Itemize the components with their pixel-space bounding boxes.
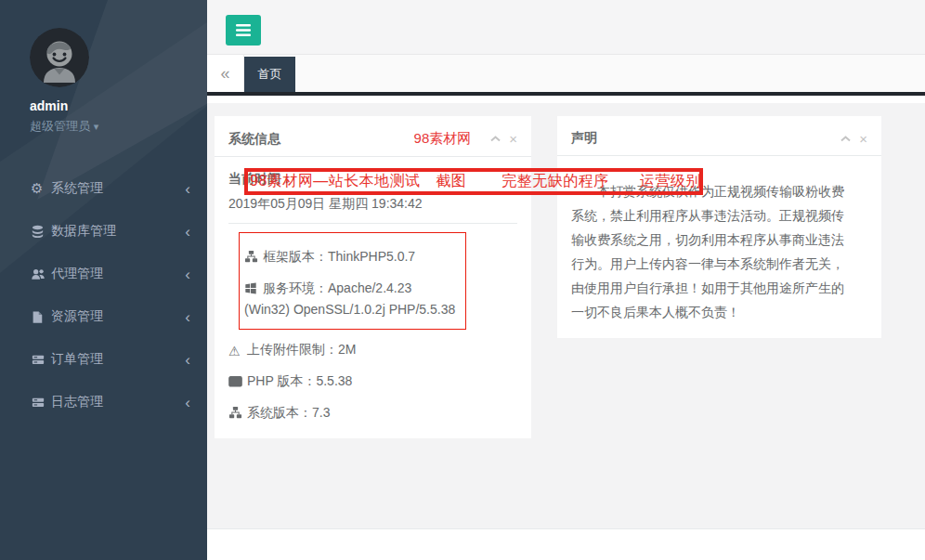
warning-icon: ⚠ [228, 342, 247, 361]
current-time-value: 2019年05月09日 星期四 19:34:42 [228, 194, 517, 213]
sidebar-item-system[interactable]: ⚙ 系统管理 ‹ [0, 167, 207, 210]
tabs-scroll-left-button[interactable]: « [207, 55, 244, 92]
sidebar-item-label: 系统管理 [51, 180, 185, 197]
info-row-framework: 框架版本：ThinkPHP5.0.7 [244, 247, 460, 268]
user-role-dropdown[interactable]: 超级管理员 ▾ [30, 118, 207, 135]
top-bar [207, 0, 925, 55]
close-icon[interactable]: × [859, 132, 867, 146]
system-info-body: 当前时间： 2019年05月09日 星期四 19:34:42 框架版本：Thin… [215, 157, 531, 438]
page-footer [207, 528, 925, 559]
statement-text: 本打赏系统仅供作为正规视频传输吸粉收费系统，禁止利用程序从事违法活动。正规视频传… [571, 179, 850, 324]
sidebar-item-resources[interactable]: 资源管理 ‹ [0, 295, 207, 338]
sidebar-toggle-button[interactable] [226, 15, 261, 46]
chevron-left-icon: ‹ [185, 352, 190, 368]
user-profile: admin 超级管理员 ▾ [0, 0, 207, 158]
sitemap-icon [244, 249, 263, 268]
content-area: 98素材网—站长本地测试 截图 完整无缺的程序 运营级别 系统信息 98素材网 … [207, 96, 925, 528]
info-label: 上传附件限制： [247, 342, 338, 357]
info-label: 服务环境： [263, 280, 328, 295]
panel-statement: 声明 × 本打赏系统仅供作为正规视频传输吸粉收费系统，禁止利用程序从事违法活动。… [557, 116, 881, 338]
panel-title: 系统信息 [228, 131, 414, 148]
avatar[interactable] [30, 28, 89, 87]
user-role-label: 超级管理员 [30, 119, 90, 133]
info-row-version: 系统版本：7.3 [228, 403, 517, 424]
panel-system-info: 系统信息 98素材网 × 当前时间： 2019年05月09日 星期四 19:34… [215, 116, 531, 438]
sidebar-item-logs[interactable]: 日志管理 ‹ [0, 381, 207, 423]
info-label: 系统版本： [247, 405, 312, 420]
windows-icon [244, 280, 263, 300]
sidebar-item-label: 数据库管理 [51, 223, 185, 240]
users-icon [31, 267, 51, 281]
sidebar-item-orders[interactable]: 订单管理 ‹ [0, 338, 207, 381]
hamburger-icon [236, 24, 251, 36]
sitemap-icon [228, 405, 247, 424]
chevron-left-icon: ‹ [185, 224, 190, 240]
info-value: 5.5.38 [316, 373, 352, 388]
info-row-php: PHP 版本：5.5.38 [228, 371, 517, 393]
info-row-server: 服务环境：Apache/2.4.23 (Win32) OpenSSL/1.0.2… [244, 279, 460, 319]
sidebar-item-database[interactable]: 数据库管理 ‹ [0, 210, 207, 253]
sidebar: admin 超级管理员 ▾ ⚙ 系统管理 ‹ 数据库管理 ‹ 代理管理 ‹ [0, 0, 207, 560]
watermark-text: 98素材网 [414, 130, 472, 148]
sidebar-item-label: 日志管理 [51, 394, 185, 410]
chevron-left-icon: ‹ [185, 309, 190, 325]
info-value: 7.3 [312, 405, 330, 420]
panel-title: 声明 [571, 130, 832, 147]
sidebar-item-label: 资源管理 [51, 308, 185, 325]
sidebar-item-label: 代理管理 [51, 266, 185, 282]
panel-header: 声明 × [557, 116, 881, 156]
tab-bar: « 首页 [207, 55, 925, 96]
collapse-icon[interactable] [840, 136, 851, 142]
angles-left-icon: « [220, 64, 229, 84]
info-row-upload: ⚠上传附件限制：2M [228, 340, 517, 361]
chevron-left-icon: ‹ [185, 395, 190, 410]
sidebar-item-agents[interactable]: 代理管理 ‹ [0, 253, 207, 295]
username: admin [30, 98, 207, 113]
stack-icon [31, 353, 51, 366]
gear-icon: ⚙ [31, 180, 51, 197]
info-value: 2M [338, 342, 356, 357]
collapse-icon[interactable] [490, 136, 501, 142]
caret-down-icon: ▾ [94, 121, 99, 132]
close-icon[interactable]: × [509, 132, 517, 146]
tab-label: 首页 [258, 66, 282, 83]
database-icon [31, 225, 51, 239]
divider [228, 223, 517, 224]
credit-card-icon [228, 373, 247, 393]
panel-header: 系统信息 98素材网 × [215, 116, 531, 157]
tab-home[interactable]: 首页 [244, 57, 295, 92]
chevron-left-icon: ‹ [185, 267, 190, 282]
info-label: 框架版本： [263, 249, 328, 264]
stack-icon [31, 396, 51, 409]
sidebar-item-label: 订单管理 [51, 351, 185, 368]
main-area: « 首页 98素材网—站长本地测试 截图 完整无缺的程序 运营级别 系统信息 9… [207, 0, 925, 560]
annotation-box: 框架版本：ThinkPHP5.0.7 服务环境：Apache/2.4.23 (W… [239, 232, 466, 330]
info-label: PHP 版本： [247, 373, 316, 388]
info-value: ThinkPHP5.0.7 [328, 249, 415, 264]
annotation-banner: 98素材网—站长本地测试 截图 完整无缺的程序 运营级别 [244, 168, 703, 195]
sidebar-nav: ⚙ 系统管理 ‹ 数据库管理 ‹ 代理管理 ‹ 资源管理 ‹ [0, 167, 207, 423]
file-icon [31, 310, 51, 324]
chevron-left-icon: ‹ [185, 181, 190, 197]
